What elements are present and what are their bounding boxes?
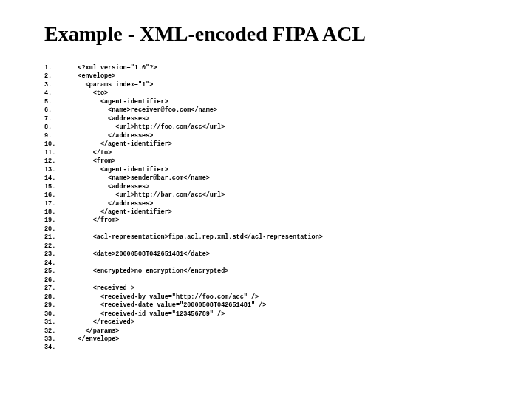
slide: Example - XML-encoded FIPA ACL 1. 2. 3. … (0, 0, 532, 367)
line-numbers: 1. 2. 3. 4. 5. 6. 7. 8. 9. 10. 11. 12. 1… (44, 64, 78, 352)
code-lines: <?xml version="1.0"?> <envelope> <params… (78, 64, 323, 352)
code-block: 1. 2. 3. 4. 5. 6. 7. 8. 9. 10. 11. 12. 1… (44, 64, 502, 352)
slide-title: Example - XML-encoded FIPA ACL (44, 22, 502, 46)
